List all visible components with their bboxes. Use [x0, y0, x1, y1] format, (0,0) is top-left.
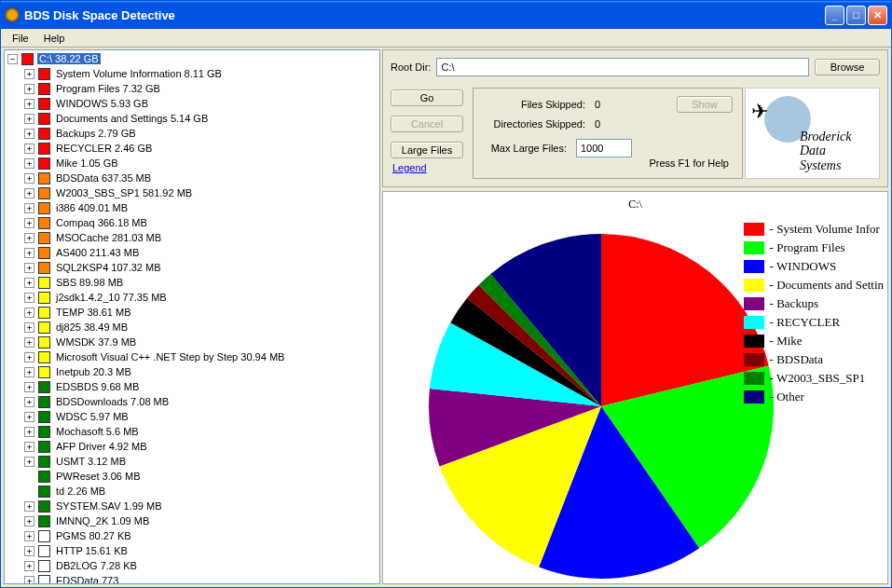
- tree-label[interactable]: j2sdk1.4.2_10 77.35 MB: [54, 292, 169, 303]
- expander-icon[interactable]: +: [24, 308, 34, 318]
- tree-label[interactable]: PWReset 3.06 MB: [54, 471, 142, 482]
- tree-label[interactable]: Documents and Settings 5.14 GB: [54, 113, 210, 124]
- tree-item[interactable]: td 2.26 MB: [6, 484, 378, 499]
- expander-icon[interactable]: +: [24, 203, 34, 213]
- show-button[interactable]: Show: [677, 96, 733, 113]
- expander-icon[interactable]: [24, 472, 34, 482]
- tree-item[interactable]: +TEMP 38.61 MB: [6, 305, 378, 320]
- expander-icon[interactable]: +: [24, 576, 34, 585]
- expander-icon[interactable]: +: [24, 397, 34, 407]
- go-button[interactable]: Go: [391, 89, 463, 106]
- tree-label[interactable]: BDSDownloads 7.08 MB: [54, 396, 171, 407]
- tree-label[interactable]: RECYCLER 2.46 GB: [54, 143, 154, 154]
- tree-item[interactable]: +Inetpub 20.3 MB: [6, 364, 378, 379]
- expander-icon[interactable]: +: [24, 69, 34, 79]
- large-files-button[interactable]: Large Files: [391, 142, 463, 158]
- tree-item[interactable]: +SQL2KSP4 107.32 MB: [6, 260, 378, 275]
- expander-icon[interactable]: +: [24, 263, 34, 273]
- close-button[interactable]: ✕: [868, 6, 887, 25]
- expander-icon[interactable]: +: [24, 99, 34, 109]
- tree-label[interactable]: IMNNQ_2K 1.09 MB: [54, 515, 151, 526]
- tree-label[interactable]: Inetpub 20.3 MB: [54, 366, 133, 377]
- tree-label[interactable]: AS400 211.43 MB: [54, 247, 141, 258]
- tree-item[interactable]: +SYSTEM.SAV 1.99 MB: [6, 499, 378, 513]
- tree-item[interactable]: +Microsoft Visual C++ .NET Step by Step …: [6, 349, 378, 364]
- tree-item[interactable]: +j2sdk1.4.2_10 77.35 MB: [6, 290, 378, 305]
- browse-button[interactable]: Browse: [815, 59, 880, 75]
- tree-label[interactable]: WINDOWS 5.93 GB: [54, 98, 150, 109]
- expander-icon[interactable]: +: [24, 501, 34, 512]
- tree-item[interactable]: +DB2LOG 7.28 KB: [6, 558, 378, 573]
- expander-icon[interactable]: +: [24, 158, 34, 169]
- tree-label[interactable]: Mochasoft 5.6 MB: [54, 426, 141, 437]
- expander-icon[interactable]: +: [24, 546, 34, 556]
- tree-item[interactable]: +USMT 3.12 MB: [6, 454, 378, 469]
- expander-icon[interactable]: +: [24, 278, 34, 288]
- tree-panel[interactable]: −C:\ 38.22 GB+System Volume Information …: [4, 49, 380, 584]
- tree-label[interactable]: BDSData 637.35 MB: [54, 172, 153, 184]
- tree-item[interactable]: +PGMS 80.27 KB: [6, 528, 378, 543]
- tree-item[interactable]: +IMNNQ_2K 1.09 MB: [6, 513, 378, 528]
- expander-icon[interactable]: +: [24, 442, 34, 452]
- menu-help[interactable]: Help: [36, 31, 73, 46]
- tree-label[interactable]: HTTP 15.61 KB: [54, 545, 130, 556]
- expander-icon[interactable]: +: [24, 427, 34, 437]
- tree-label[interactable]: EDSBDS 9.68 MB: [54, 381, 141, 392]
- expander-icon[interactable]: +: [24, 382, 34, 392]
- tree-label[interactable]: TEMP 38.61 MB: [54, 307, 133, 318]
- tree-item[interactable]: +BDSDownloads 7.08 MB: [6, 394, 378, 409]
- expander-icon[interactable]: +: [24, 516, 34, 526]
- tree-label[interactable]: Compaq 366.18 MB: [54, 217, 149, 228]
- tree-item[interactable]: +RECYCLER 2.46 GB: [6, 141, 378, 156]
- expander-icon[interactable]: +: [24, 218, 34, 228]
- tree-root-item[interactable]: −C:\ 38.22 GB: [6, 51, 378, 66]
- tree-label[interactable]: Microsoft Visual C++ .NET Step by Step 3…: [54, 351, 286, 362]
- tree-item[interactable]: +System Volume Information 8.11 GB: [6, 66, 378, 81]
- tree-item[interactable]: +Documents and Settings 5.14 GB: [6, 111, 378, 126]
- tree-item[interactable]: +MSOCache 281.03 MB: [6, 230, 378, 245]
- cancel-button[interactable]: Cancel: [391, 116, 463, 132]
- tree-label[interactable]: PGMS 80.27 KB: [54, 530, 133, 541]
- tree-item[interactable]: +WMSDK 37.9 MB: [6, 335, 378, 349]
- expander-icon[interactable]: +: [24, 352, 34, 362]
- tree-item[interactable]: +Compaq 366.18 MB: [6, 215, 378, 230]
- maximize-button[interactable]: □: [846, 6, 866, 25]
- tree-label[interactable]: MSOCache 281.03 MB: [54, 232, 163, 243]
- tree-label[interactable]: DB2LOG 7.28 KB: [54, 560, 139, 571]
- expander-icon[interactable]: +: [24, 129, 34, 139]
- tree-item[interactable]: +SBS 89.98 MB: [6, 275, 378, 290]
- expander-icon[interactable]: +: [24, 173, 34, 184]
- expander-icon[interactable]: +: [24, 114, 34, 124]
- tree-item[interactable]: +AFP Driver 4.92 MB: [6, 439, 378, 454]
- tree-label[interactable]: System Volume Information 8.11 GB: [54, 68, 224, 79]
- expander-icon[interactable]: +: [24, 144, 34, 154]
- expander-icon[interactable]: +: [24, 561, 34, 571]
- tree-item[interactable]: +W2003_SBS_SP1 581.92 MB: [6, 185, 378, 200]
- tree-label[interactable]: Mike 1.05 GB: [54, 157, 120, 169]
- expander-icon[interactable]: [24, 486, 34, 497]
- expander-icon[interactable]: +: [24, 367, 34, 377]
- tree-item[interactable]: +HTTP 15.61 KB: [6, 543, 378, 558]
- expander-icon[interactable]: +: [24, 337, 34, 348]
- minimize-button[interactable]: _: [825, 6, 844, 25]
- expander-icon[interactable]: +: [24, 84, 34, 94]
- tree-label[interactable]: Backups 2.79 GB: [54, 128, 138, 139]
- tree-label[interactable]: W2003_SBS_SP1 581.92 MB: [54, 187, 194, 198]
- tree-item[interactable]: +EDSBDS 9.68 MB: [6, 379, 378, 394]
- tree-item[interactable]: +Program Files 7.32 GB: [6, 81, 378, 96]
- tree-item[interactable]: PWReset 3.06 MB: [6, 469, 378, 484]
- tree-label[interactable]: SBS 89.98 MB: [54, 277, 125, 288]
- menu-file[interactable]: File: [5, 31, 36, 46]
- tree-label[interactable]: Program Files 7.32 GB: [54, 83, 162, 94]
- max-large-input[interactable]: [576, 139, 632, 157]
- expander-icon[interactable]: +: [24, 233, 34, 243]
- tree-item[interactable]: +Mochasoft 5.6 MB: [6, 424, 378, 439]
- tree-label[interactable]: USMT 3.12 MB: [54, 456, 128, 467]
- expander-icon[interactable]: +: [24, 531, 34, 541]
- legend-link[interactable]: Legend: [392, 162, 427, 173]
- tree-item[interactable]: +Mike 1.05 GB: [6, 156, 378, 171]
- tree-item[interactable]: +AS400 211.43 MB: [6, 245, 378, 260]
- tree-label[interactable]: SQL2KSP4 107.32 MB: [54, 262, 163, 273]
- root-dir-input[interactable]: [436, 58, 809, 76]
- expander-icon[interactable]: +: [24, 188, 34, 198]
